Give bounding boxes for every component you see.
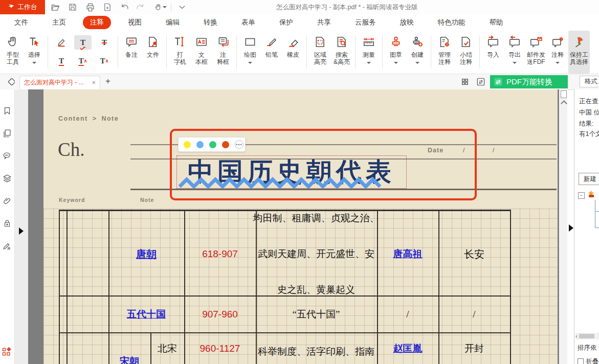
dynasty-link[interactable]: 唐朝 <box>136 247 157 261</box>
menu-share[interactable]: 共享 <box>310 16 338 29</box>
scrollbar-thumb[interactable] <box>561 90 567 98</box>
export-dropdown-arrow[interactable] <box>513 62 517 64</box>
callout-button[interactable]: 注 释框 <box>212 31 234 74</box>
menu-edit[interactable]: 编辑 <box>159 16 187 29</box>
tree-collapse-icon[interactable]: − <box>578 192 585 199</box>
drawing-button[interactable]: 绘图 <box>239 31 261 74</box>
manage-comments-button[interactable]: 管理 注释 <box>434 31 455 74</box>
search-highlight-button[interactable]: 搜索 &高亮 <box>331 31 352 74</box>
founder-link[interactable]: 唐高祖 <box>393 247 423 261</box>
expand-left-panel-handle[interactable] <box>19 228 24 235</box>
strikeout-tool[interactable]: T <box>96 35 113 50</box>
results-label: 结果: <box>579 120 593 128</box>
menu-view[interactable]: 视图 <box>121 16 149 29</box>
tree-branch-line <box>595 200 595 228</box>
pencil-button[interactable]: 铅笔 <box>261 31 282 74</box>
format-panel-button[interactable]: 格式 <box>580 76 599 87</box>
stamp-dropdown-arrow[interactable] <box>394 62 398 64</box>
attachments-panel-icon[interactable] <box>3 196 12 206</box>
dynasty-link[interactable]: 宋朝 <box>120 355 139 364</box>
period-value: 618-907 <box>202 248 238 260</box>
textbox-button[interactable]: 文 本框 <box>191 31 212 74</box>
menu-form[interactable]: 表单 <box>234 16 262 29</box>
panel-layout-icon[interactable] <box>2 347 11 356</box>
table-border <box>66 210 68 364</box>
drawing-dropdown-arrow[interactable] <box>248 62 252 64</box>
menu-file[interactable]: 文件 <box>7 16 35 29</box>
color-swatch-blue[interactable] <box>196 141 204 148</box>
menu-help[interactable]: 帮助 <box>482 16 511 29</box>
summarize-comments-button[interactable]: 小结 注释 <box>455 31 477 74</box>
menu-present[interactable]: 放映 <box>393 16 421 29</box>
more-colors-button[interactable]: ••• <box>235 140 243 149</box>
hand-mode-dropdown[interactable] <box>151 2 169 13</box>
new-document-icon[interactable] <box>101 2 114 13</box>
menu-comment[interactable]: 注释 <box>83 16 111 29</box>
area-highlight-button[interactable]: 区域 高亮 <box>309 31 331 74</box>
save-icon[interactable] <box>66 2 79 13</box>
chapter-label: Ch. <box>58 139 84 161</box>
horizontal-scrollbar-thumb[interactable] <box>579 334 594 338</box>
tab-grid-view-icon[interactable] <box>461 78 469 86</box>
new-tab-button[interactable]: + <box>105 76 110 86</box>
email-fdf-button[interactable]: 邮件发 送FDF <box>525 31 547 74</box>
highlight-tool[interactable] <box>53 35 70 50</box>
undo-icon[interactable] <box>118 2 130 13</box>
color-swatch-red[interactable] <box>222 141 229 148</box>
menu-protect[interactable]: 保护 <box>272 16 300 29</box>
eraser-button[interactable]: 橡皮 <box>282 31 304 74</box>
security-panel-icon[interactable] <box>3 219 12 228</box>
menu-home[interactable]: 主页 <box>45 16 73 29</box>
panel-horizontal-scrollbar[interactable]: ‹ <box>575 333 599 339</box>
customize-toolbar-icon[interactable] <box>176 2 188 13</box>
menu-convert[interactable]: 转换 <box>196 16 225 29</box>
menu-cloud[interactable]: 云服务 <box>348 16 383 29</box>
eraser-mode-icon[interactable] <box>6 78 15 86</box>
hand-tool-button[interactable]: 手型 工具 <box>2 31 24 74</box>
file-attachment-button[interactable]: 文件 <box>142 31 164 74</box>
stamp-button[interactable]: 图章 <box>385 31 407 74</box>
expand-right-panel-handle[interactable] <box>569 224 573 232</box>
comment-settings-button[interactable]: 注释 <box>547 31 568 74</box>
underline-tool[interactable]: T <box>53 54 70 68</box>
founder-link[interactable]: 赵匡胤 <box>393 342 423 355</box>
dynasty-link[interactable]: 五代十国 <box>127 308 166 321</box>
measure-button[interactable]: 测量 <box>358 31 380 74</box>
menu-features[interactable]: 特色功能 <box>431 16 473 29</box>
bookmarks-panel-icon[interactable] <box>3 106 12 116</box>
pages-panel-icon[interactable] <box>3 129 12 138</box>
pdf-page[interactable]: Content > Note Ch. Date / / ••• 中国历史朝代表 <box>43 89 558 364</box>
document-scrollbar[interactable] <box>560 89 567 364</box>
redo-icon[interactable] <box>134 2 146 13</box>
workspace-button[interactable]: 工作台 <box>0 0 45 14</box>
import-comments-button[interactable]: 导入 <box>482 31 504 74</box>
color-swatch-green[interactable] <box>209 141 216 148</box>
export-comments-button[interactable]: 导出 <box>504 31 525 74</box>
keep-tool-selected-button[interactable]: 保持工 具选择 <box>568 31 590 74</box>
tab-switch-icon[interactable] <box>476 77 485 86</box>
select-tool-button[interactable]: 选择 <box>24 31 45 74</box>
open-file-icon[interactable] <box>49 2 61 13</box>
new-search-button[interactable]: 新建 <box>579 173 599 185</box>
comments-panel-icon[interactable] <box>3 151 12 161</box>
comment-dropdown-arrow[interactable] <box>556 62 560 64</box>
signature-panel-icon[interactable] <box>3 241 12 251</box>
scroll-left-icon[interactable]: ‹ <box>575 333 578 339</box>
select-dropdown-arrow[interactable] <box>32 62 36 64</box>
document-tab[interactable]: 怎么面对高中学习 - ... × <box>19 76 100 89</box>
scroll-up-icon[interactable] <box>561 100 567 107</box>
create-dropdown-arrow[interactable] <box>415 62 419 64</box>
tab-close-icon[interactable]: × <box>92 79 96 86</box>
print-icon[interactable] <box>84 2 96 13</box>
collapse-checkbox[interactable] <box>578 358 584 364</box>
measure-dropdown-arrow[interactable] <box>367 62 371 64</box>
squiggly-underline-tool[interactable]: T <box>74 35 92 50</box>
layers-panel-icon[interactable] <box>3 174 12 183</box>
insert-text-tool[interactable]: T∧ <box>96 54 113 68</box>
sticky-note-button[interactable]: 备注 <box>121 31 142 74</box>
replace-text-tool[interactable]: T∧ <box>74 54 92 68</box>
color-swatch-yellow[interactable] <box>184 141 191 148</box>
pdf-convert-button[interactable]: PDF万能转换 <box>490 75 568 88</box>
create-stamp-button[interactable]: 创建 <box>407 31 428 74</box>
typewriter-button[interactable]: 打 字机 <box>169 31 191 74</box>
